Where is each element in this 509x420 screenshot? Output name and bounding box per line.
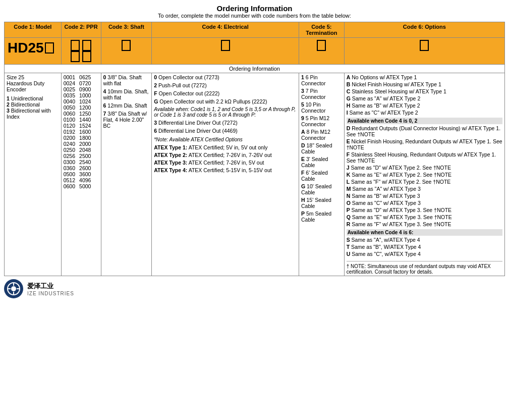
company-info: 爱泽工业 IZE INDUSTRIES (27, 282, 74, 296)
ppr-value: 1600 (79, 129, 91, 135)
shaft-item: 4 10mm Dia. Shaft, with flat (103, 88, 150, 100)
opt-item: L Same as "F" w/ ATEX Type 2. See †NOTE (347, 179, 502, 185)
atex-type-item: ATEX Type 3: ATEX Certified; 7-26V in, 5… (154, 160, 297, 166)
elec-avail-item: 3 Differential Line Driver Out (7272) (154, 120, 297, 126)
ppr-value: 0050 (64, 104, 75, 111)
opt-item: D Redundant Outputs (Dual Connector Hous… (347, 125, 502, 137)
ppr-value: 0200 (64, 135, 75, 141)
logo-icon (7, 282, 21, 296)
shaft-item: 6 12mm Dia. Shaft (103, 102, 150, 109)
elec-item: F Open Collector out (2222) (154, 90, 297, 96)
ppr-value: 2048 (79, 147, 91, 153)
ppr-value: 5000 (79, 183, 91, 189)
model-display: HD25 (8, 40, 58, 56)
term-item: G 10' Sealed Cable (301, 183, 342, 195)
ppr-box-1 (71, 40, 80, 51)
term-item: E 3' Sealed Cable (301, 156, 342, 168)
ppr-value: 1800 (79, 135, 91, 141)
elec-note: *Note: Available ATEX Certified Options (154, 137, 297, 142)
term-item: 9 5 Pin M12 Connector (301, 115, 342, 127)
opt-item: P Same as "D" w/ ATEX Type 3. See †NOTE (347, 207, 502, 213)
model-row: HD25 (5, 38, 505, 65)
opt-item: O Same as "C" w/ ATEX Type 3 (347, 200, 502, 206)
atex-type-item: ATEX Type 2: ATEX Certified; 7-26V in, 7… (154, 152, 297, 158)
dir-3: 3 Bidirectional with Index (7, 108, 59, 120)
dir-1: 1 Unidirectional (7, 95, 59, 101)
ppr-value: 4096 (79, 177, 91, 183)
ppr-value: 1440 (79, 117, 91, 123)
ordering-info-label: Ordering Information (5, 65, 505, 73)
elec-box-cell (152, 38, 299, 65)
opt-item: Q Same as "E" w/ ATEX Type 3. See †NOTE (347, 214, 502, 220)
term-item: 3 7 Pin Connector (301, 88, 342, 100)
ppr-value: 0512 (64, 177, 75, 183)
page: Ordering Information To order, complete … (0, 0, 509, 302)
elec-available-when: Available when: Code1 is 1, 2 and Code 5… (154, 107, 297, 118)
opt-footnote: † NOTE: Simultaneous use of redundant ou… (347, 261, 502, 275)
term-item: A 8 Pin M12 Connector (301, 129, 342, 141)
opt-item: S Same as "A", w/ATEX Type 4 (347, 237, 502, 243)
term-box-cell (299, 38, 345, 65)
ppr-value: 0250 (64, 147, 75, 153)
col-header-code6: Code 6: Options (344, 22, 504, 38)
ppr-value: 0360 (64, 165, 75, 171)
col-header-code4: Code 4: Electrical (152, 22, 299, 38)
ppr-value: 0120 (64, 123, 75, 129)
data-row: Size 25 Hazardous Duty Encoder 1 Unidire… (5, 73, 505, 276)
ppr-value: 0100 (64, 117, 75, 123)
atex-type-item: ATEX Type 4: ATEX Certified; 5-15V in, 5… (154, 167, 297, 173)
opt-item: E Nickel Finish Housing, Redundant Outpu… (347, 138, 502, 150)
ppr-value: 0060 (64, 111, 75, 117)
col-header-code1: Code 1: Model (5, 22, 62, 38)
ppr-value: 1250 (79, 111, 91, 117)
left-col-content: Size 25 Hazardous Duty Encoder 1 Unidire… (7, 74, 59, 120)
ppr-value: 3600 (79, 171, 91, 177)
opt-item: C Stainless Steel Housing w/ ATEX Type 1 (347, 88, 502, 94)
ppr-value: 2600 (79, 165, 91, 171)
ppr-value: 0900 (79, 86, 91, 92)
company-logo (4, 279, 23, 298)
opt-item: T Same as "B", W/ATEX Type 4 (347, 244, 502, 250)
ppr-col-1: 0001002400250035004000500060010001200192… (64, 74, 75, 189)
opt-item: B Nickel Finish Housing w/ ATEX Type 1 (347, 81, 502, 87)
elec-item: 2 Push-Pull out (7272) (154, 82, 297, 88)
main-table: Code 1: Model Code 2: PPR Code 3: Shaft … (4, 22, 505, 276)
ppr-value: 1524 (79, 123, 91, 129)
elec-item: 0 Open Collector out (7273) (154, 74, 297, 80)
opt-item: J Same as "D" w/ ATEX Type 2. See †NOTE (347, 165, 502, 171)
shaft-box-cell (101, 38, 152, 65)
elec-avail-item: 6 Differential Line Driver Out (4469) (154, 128, 297, 134)
ppr-box-2 (82, 40, 91, 51)
ppr-numbers: 0001002400250035004000500060010001200192… (64, 74, 99, 189)
ppr-value: 0001 (64, 74, 75, 80)
term-item: F 6' Sealed Cable (301, 170, 342, 182)
opt-col: A No Options w/ ATEX Type 1B Nickel Fini… (344, 73, 504, 276)
shaft-item: 7 3/8" Dia Shaft w/ Flat, 4 Hole 2.00" B… (103, 111, 150, 129)
term-item: P 5m Sealed Cable (301, 211, 342, 223)
ppr-value: 0024 (64, 80, 75, 86)
company-name: 爱泽工业 (27, 282, 74, 291)
footer: 爱泽工业 IZE INDUSTRIES (4, 279, 505, 298)
col-header-code5: Code 5: Termination (299, 22, 345, 38)
opt-item: F Stainless Steel Housing, Redundant Out… (347, 151, 502, 164)
table-header-row: Code 1: Model Code 2: PPR Code 3: Shaft … (5, 22, 505, 38)
ppr-value: 1000 (79, 92, 91, 98)
ppr-box-4 (82, 51, 91, 62)
opt-avail-02-header: Available when Code 4 is 0, 2 (347, 118, 502, 124)
term-box (317, 40, 326, 51)
model-text: HD25 (8, 40, 44, 56)
ppr-value: 0035 (64, 92, 75, 98)
term-item: 1 6 Pin Connector (301, 74, 342, 86)
shaft-col: 0 3/8" Dia. Shaft with flat4 10mm Dia. S… (101, 73, 152, 276)
ppr-value: 0040 (64, 98, 75, 104)
shaft-box (122, 40, 131, 51)
ppr-value: 0600 (64, 183, 75, 189)
term-item: D 18" Sealed Cable (301, 142, 342, 154)
opt-item: G Same as "A" w/ ATEX Type 2 (347, 95, 502, 101)
opt-item: I Same as "C" w/ ATEX Type 2 (347, 110, 502, 116)
ppr-value: 0240 (64, 141, 75, 147)
ppr-value: 0720 (79, 80, 91, 86)
dir-2: 2 Bidirectional (7, 101, 59, 108)
page-subtitle: To order, complete the model number with… (4, 13, 505, 19)
ppr-value: 2000 (79, 141, 91, 147)
